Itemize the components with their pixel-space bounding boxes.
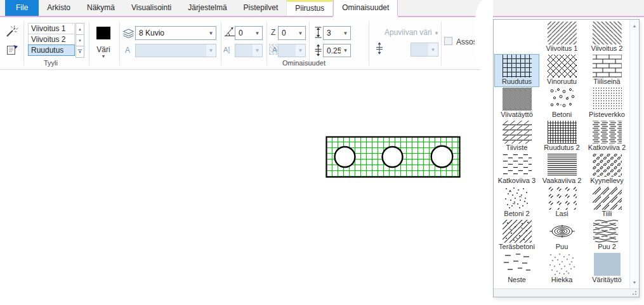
ribbon-tab-bar: FileArkistoNäkymäVisualisointiJärjestelm… — [0, 0, 644, 17]
guide-spacing-icon[interactable] — [372, 41, 386, 55]
guide-color-combo: ▼ — [411, 43, 438, 57]
chevron-down-icon[interactable]: ▼ — [89, 54, 118, 58]
gallery-item-tiili[interactable]: Tiili — [584, 186, 629, 219]
style-list-down-button[interactable]: ▼ — [76, 34, 84, 46]
gallery-footer — [494, 288, 639, 297]
layer-combo[interactable]: 8 Kuvio ▼ — [135, 26, 216, 40]
gallery-item-hiekka[interactable]: Hiekka — [539, 252, 584, 285]
gallery-item-label: Vinoruutu — [547, 78, 577, 86]
text-style-label: A — [125, 46, 130, 55]
gallery-item-vaakaviiva-2[interactable]: Vaakaviiva 2 — [539, 153, 584, 186]
tab-j-rjestelm[interactable]: Järjestelmä — [180, 0, 235, 16]
gallery-item-empty[interactable] — [494, 21, 539, 54]
application-window: FileArkistoNäkymäVisualisointiJärjestelm… — [0, 0, 644, 305]
gallery-item-ruudutus[interactable]: Ruudutus — [494, 54, 539, 87]
hole-circle[interactable] — [383, 147, 403, 167]
aj-label: A] — [223, 46, 230, 53]
gallery-item-viivoitus-2[interactable]: Viivoitus 2 — [584, 21, 629, 54]
tab-pistepilvet[interactable]: Pistepilvet — [235, 0, 287, 16]
pattern-diagonal-double-icon — [585, 187, 629, 210]
chevron-down-icon: ▼ — [253, 44, 262, 57]
style-item-viivoitus-1[interactable]: Viivoitus 1 — [28, 23, 75, 34]
hole-circle[interactable] — [335, 147, 355, 167]
scroll-down-icon[interactable]: ▼ — [630, 278, 639, 287]
pattern-empty-icon — [495, 22, 539, 53]
style-list-more-button[interactable]: ▼ — [76, 46, 84, 58]
gallery-scrollbar[interactable]: ▲ ▼ — [629, 20, 639, 288]
gallery-item-ruudutus-2[interactable]: Ruudutus 2 — [539, 120, 584, 153]
gallery-item-v-rit-ytt[interactable]: Väritäyttö — [584, 252, 629, 285]
color-button[interactable]: Väri — [89, 45, 118, 54]
spacing-combo[interactable]: 3 ▼ — [323, 26, 351, 40]
pattern-solid-fill-icon — [585, 253, 629, 276]
style-list-up-button[interactable]: ▲ — [76, 23, 84, 35]
pattern-horizontal-lines-icon — [540, 154, 584, 177]
aj-combo: ▼ — [235, 44, 263, 57]
gallery-item-kyynellevy[interactable]: Kyynellevy — [584, 153, 629, 186]
gallery-item-puu-2[interactable]: Puu 2 — [584, 219, 629, 252]
gallery-item-label: Katkoviiva 3 — [498, 177, 536, 185]
gallery-item-katkoviiva-3[interactable]: Katkoviiva 3 — [494, 153, 539, 186]
gallery-item-tiilisein[interactable]: Tiiliseinä — [584, 54, 629, 87]
gallery-item-puu[interactable]: Puu — [539, 219, 584, 252]
z-label: Z — [271, 28, 275, 37]
gallery-item-vinoruutu[interactable]: Vinoruutu — [539, 54, 584, 87]
pattern-dashed-dense-icon — [585, 121, 629, 144]
pattern-wood-grain-icon — [585, 220, 629, 243]
resize-grip-icon[interactable] — [635, 291, 636, 292]
pattern-rebar-icon — [495, 220, 539, 243]
hatched-plate-shape[interactable] — [320, 130, 468, 186]
gallery-item-label: Ruudutus — [502, 78, 532, 86]
gallery-item-label: Puu — [556, 243, 568, 251]
style-list-arrows: ▲ ▼ ▼ — [76, 24, 84, 58]
tab-arkisto[interactable]: Arkisto — [39, 0, 79, 16]
gallery-item-viivoitus-1[interactable]: Viivoitus 1 — [539, 21, 584, 54]
tab-ominaisuudet[interactable]: Ominaisuudet — [333, 0, 398, 16]
gallery-item-label: Viivatäyttö — [501, 111, 533, 119]
hatch-pattern-gallery: Viivoitus 1Viivoitus 2RuudutusVinoruutuT… — [493, 19, 640, 297]
angle-combo[interactable]: 0 ▼ — [235, 26, 263, 40]
tab-n-kym[interactable]: Näkymä — [79, 0, 123, 16]
gallery-item-label: Betoni 2 — [504, 210, 529, 218]
width-combo[interactable]: 0.25 ▼ — [323, 44, 351, 57]
hatch-style-list: Viivoitus 1Viivoitus 2Ruudutus — [28, 24, 75, 56]
gallery-item-ter-sbetoni[interactable]: Teräsbetoni — [494, 219, 539, 252]
properties-dialog-button[interactable] — [5, 43, 19, 57]
match-properties-button[interactable] — [5, 24, 19, 38]
gallery-item-label: Kyynellevy — [590, 177, 624, 185]
chevron-down-icon[interactable]: ▼ — [206, 27, 216, 39]
gallery-item-label: Viivoitus 2 — [591, 44, 623, 53]
chevron-down-icon[interactable]: ▼ — [341, 27, 350, 39]
tab-visualisointi[interactable]: Visualisointi — [123, 0, 180, 16]
color-swatch[interactable] — [96, 27, 110, 39]
gallery-item-label: Lasi — [555, 210, 568, 218]
chevron-down-icon[interactable]: ▼ — [341, 44, 350, 57]
gallery-item-label: Katkoviiva 2 — [588, 144, 626, 152]
scroll-up-icon[interactable]: ▲ — [630, 21, 639, 30]
property-sheet-icon — [6, 44, 18, 57]
gallery-item-viivat-ytt[interactable]: Viivatäyttö — [494, 87, 539, 120]
gallery-item-tiiviste[interactable]: Tiiviste — [494, 120, 539, 153]
gallery-item-label: Tiiviste — [506, 144, 528, 152]
gallery-item-label: Tiili — [601, 210, 612, 218]
style-item-ruudutus[interactable]: Ruudutus — [28, 44, 75, 56]
magic-wand-icon — [6, 25, 18, 37]
gallery-item-pisteverkko[interactable]: Pisteverkko — [584, 87, 629, 120]
style-item-viivoitus-2[interactable]: Viivoitus 2 — [28, 34, 75, 45]
gallery-item-lasi[interactable]: Lasi — [539, 186, 584, 219]
gallery-item-label: Väritäyttö — [592, 276, 621, 284]
tab-piirustus[interactable]: Piirustus — [286, 0, 333, 16]
tab-file[interactable]: File — [5, 0, 39, 16]
z-combo[interactable]: 0 ▼ — [278, 26, 306, 40]
associative-checkbox[interactable] — [444, 37, 452, 45]
gallery-item-label: Viivoitus 1 — [546, 44, 578, 53]
chevron-down-icon[interactable]: ▼ — [253, 27, 262, 39]
gallery-item-katkoviiva-2[interactable]: Katkoviiva 2 — [584, 120, 629, 153]
gallery-item-betoni[interactable]: Betoni — [539, 87, 584, 120]
gallery-item-betoni-2[interactable]: Betoni 2 — [494, 186, 539, 219]
pattern-diagonal-lines-left-icon — [585, 22, 629, 44]
chevron-down-icon[interactable]: ▼ — [296, 27, 305, 39]
gallery-item-neste[interactable]: Neste — [494, 252, 539, 285]
gallery-item-label: Hiekka — [551, 276, 573, 284]
hole-circle[interactable] — [431, 146, 453, 168]
